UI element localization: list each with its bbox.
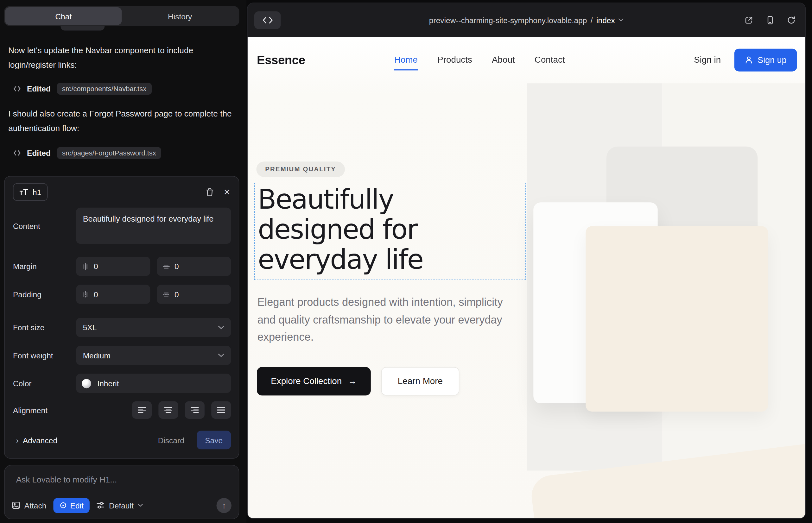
align-justify-icon: [217, 407, 225, 413]
edited-file-chip[interactable]: src/pages/ForgotPassword.tsx: [57, 147, 161, 159]
close-icon: ✕: [224, 187, 231, 197]
default-label: Default: [109, 501, 134, 510]
explore-collection-button[interactable]: Explore Collection →: [257, 367, 371, 395]
model-default-button[interactable]: Default: [96, 501, 143, 510]
font-weight-value: Medium: [83, 351, 110, 360]
padding-vertical-input[interactable]: [94, 290, 117, 299]
save-button[interactable]: Save: [197, 431, 231, 449]
nav-link-contact[interactable]: Contact: [534, 55, 565, 65]
color-swatch: [82, 379, 91, 388]
content-label: Content: [13, 221, 76, 230]
align-center-button[interactable]: [158, 401, 178, 419]
composer-toolbar: Attach Edit Default ↑: [12, 497, 231, 513]
chevron-down-icon: [618, 18, 623, 21]
sign-up-button[interactable]: Sign up: [735, 49, 797, 72]
mobile-view-button[interactable]: [765, 15, 775, 24]
content-row: Content Beautifully designed for everyda…: [5, 208, 239, 244]
code-icon: [14, 86, 21, 91]
align-right-icon: [191, 407, 199, 413]
hero-headline[interactable]: Beautifully designed for everyday life: [258, 184, 488, 274]
font-weight-select[interactable]: Medium: [76, 346, 231, 365]
edited-file-row: Edited src/pages/ForgotPassword.tsx: [14, 146, 161, 160]
user-icon: [744, 56, 753, 64]
send-arrow-icon: ↑: [222, 501, 226, 510]
padding-vertical-field: [76, 285, 150, 304]
font-size-value: 5XL: [83, 323, 97, 332]
site-logo[interactable]: Essence: [257, 53, 305, 67]
content-textarea[interactable]: Beautifully designed for everyday life: [76, 208, 231, 244]
edit-label: Edit: [70, 501, 84, 510]
padding-row: Padding: [5, 285, 239, 304]
padding-horizontal-icon: [162, 291, 170, 298]
arrow-right-icon: →: [348, 376, 357, 386]
send-button[interactable]: ↑: [217, 498, 231, 512]
tab-bar: Chat History: [4, 6, 239, 26]
align-right-button[interactable]: [185, 401, 205, 419]
chat-message: Now let's update the Navbar component to…: [8, 43, 235, 72]
attach-button[interactable]: Attach: [12, 501, 47, 510]
composer-input[interactable]: [15, 474, 228, 485]
nav-link-home[interactable]: Home: [394, 55, 418, 70]
align-left-icon: [138, 407, 146, 413]
nav-link-about[interactable]: About: [492, 55, 515, 65]
selected-element-pill[interactable]: h1: [13, 183, 48, 201]
align-justify-button[interactable]: [211, 401, 231, 419]
hero-badge: PREMIUM QUALITY: [256, 161, 345, 177]
url-path: index: [596, 16, 615, 24]
font-size-row: Font size 5XL: [5, 318, 239, 337]
delete-element-button[interactable]: [206, 188, 214, 197]
margin-horizontal-field: [157, 257, 231, 276]
scrolled-chip: [60, 26, 105, 31]
site-navbar: Essence Home Products About Contact Sign…: [248, 37, 805, 83]
learn-more-button[interactable]: Learn More: [381, 367, 460, 395]
sign-up-label: Sign up: [758, 55, 787, 65]
tab-chat[interactable]: Chat: [5, 7, 122, 25]
site-canvas: Essence Home Products About Contact Sign…: [248, 37, 805, 519]
edit-mode-button[interactable]: Edit: [53, 498, 90, 512]
margin-horizontal-input[interactable]: [175, 262, 197, 271]
margin-vertical-input[interactable]: [94, 262, 117, 271]
tab-history[interactable]: History: [122, 7, 238, 25]
url-breadcrumb[interactable]: preview--charming-site-symphony.lovable.…: [429, 16, 624, 24]
chevron-down-icon: [138, 504, 143, 507]
edited-file-chip[interactable]: src/components/Navbar.tsx: [57, 83, 152, 95]
color-select[interactable]: Inherit: [76, 374, 231, 393]
chevron-right-icon: ›: [16, 436, 19, 445]
url-separator: /: [590, 16, 593, 24]
hero-description: Elegant products designed with intention…: [258, 293, 505, 345]
alignment-label: Alignment: [13, 405, 76, 414]
code-view-toggle[interactable]: [254, 11, 281, 29]
refresh-button[interactable]: [787, 15, 796, 24]
open-external-button[interactable]: [744, 15, 754, 24]
edited-file-row: Edited src/components/Navbar.tsx: [14, 82, 152, 95]
code-toggle-icon: [262, 16, 273, 24]
margin-horizontal-icon: [162, 263, 170, 270]
padding-horizontal-input[interactable]: [175, 290, 197, 299]
advanced-label: Advanced: [23, 436, 57, 445]
editor-header: h1 ✕: [5, 177, 239, 203]
nav-link-products[interactable]: Products: [437, 55, 472, 65]
padding-vertical-icon: [82, 291, 89, 298]
edited-label: Edited: [27, 148, 51, 157]
nav-auth: Sign in Sign up: [691, 49, 797, 72]
sign-in-button[interactable]: Sign in: [691, 54, 724, 66]
refresh-icon: [787, 15, 796, 24]
font-weight-row: Font weight Medium: [5, 346, 239, 365]
discard-button[interactable]: Discard: [155, 435, 188, 445]
trash-icon: [206, 188, 214, 197]
padding-horizontal-field: [157, 285, 231, 304]
target-icon: [59, 502, 67, 509]
external-link-icon: [744, 15, 754, 24]
chat-panel: Chat History Now let's update the Navbar…: [0, 0, 246, 523]
editor-actions: ✕: [206, 187, 231, 197]
edited-label: Edited: [27, 84, 51, 93]
font-size-select[interactable]: 5XL: [76, 318, 231, 337]
lovable-workspace: Chat History Now let's update the Navbar…: [0, 0, 812, 523]
margin-row: Margin: [5, 257, 239, 276]
alignment-row: Alignment: [5, 401, 239, 419]
align-left-button[interactable]: [132, 401, 152, 419]
browser-actions: [744, 15, 796, 24]
sliders-icon: [96, 501, 105, 509]
advanced-toggle[interactable]: › Advanced: [13, 435, 60, 445]
close-editor-button[interactable]: ✕: [224, 187, 231, 197]
